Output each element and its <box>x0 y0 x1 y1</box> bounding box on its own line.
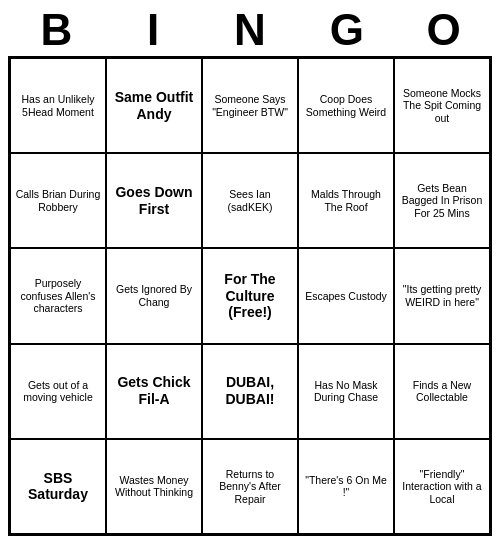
bingo-cell-1: Same Outfit Andy <box>106 58 202 153</box>
bingo-cell-5: Calls Brian During Robbery <box>10 153 106 248</box>
bingo-cell-15: Gets out of a moving vehicle <box>10 344 106 439</box>
bingo-cell-11: Gets Ignored By Chang <box>106 248 202 343</box>
bingo-grid: Has an Unlikely 5Head MomentSame Outfit … <box>8 56 492 536</box>
letter-b: B <box>8 8 105 52</box>
bingo-cell-24: "Friendly" Interaction with a Local <box>394 439 490 534</box>
bingo-title: B I N G O <box>8 8 492 52</box>
bingo-cell-17: DUBAI, DUBAI! <box>202 344 298 439</box>
bingo-cell-9: Gets Bean Bagged In Prison For 25 Mins <box>394 153 490 248</box>
letter-g: G <box>298 8 395 52</box>
bingo-cell-21: Wastes Money Without Thinking <box>106 439 202 534</box>
bingo-cell-3: Coop Does Something Weird <box>298 58 394 153</box>
bingo-cell-20: SBS Saturday <box>10 439 106 534</box>
bingo-cell-23: "There's 6 On Me !" <box>298 439 394 534</box>
bingo-cell-12: For The Culture (Free!) <box>202 248 298 343</box>
bingo-cell-6: Goes Down First <box>106 153 202 248</box>
bingo-cell-13: Escapes Custody <box>298 248 394 343</box>
bingo-cell-10: Purposely confuses Allen's characters <box>10 248 106 343</box>
bingo-cell-16: Gets Chick Fil-A <box>106 344 202 439</box>
bingo-cell-7: Sees Ian (sadKEK) <box>202 153 298 248</box>
letter-n: N <box>202 8 299 52</box>
bingo-cell-14: "Its getting pretty WEIRD in here" <box>394 248 490 343</box>
bingo-cell-2: Someone Says "Engineer BTW" <box>202 58 298 153</box>
letter-o: O <box>395 8 492 52</box>
letter-i: I <box>105 8 202 52</box>
bingo-cell-0: Has an Unlikely 5Head Moment <box>10 58 106 153</box>
bingo-cell-8: Malds Through The Roof <box>298 153 394 248</box>
bingo-cell-19: Finds a New Collectable <box>394 344 490 439</box>
bingo-cell-4: Someone Mocks The Spit Coming out <box>394 58 490 153</box>
bingo-cell-18: Has No Mask During Chase <box>298 344 394 439</box>
bingo-cell-22: Returns to Benny's After Repair <box>202 439 298 534</box>
